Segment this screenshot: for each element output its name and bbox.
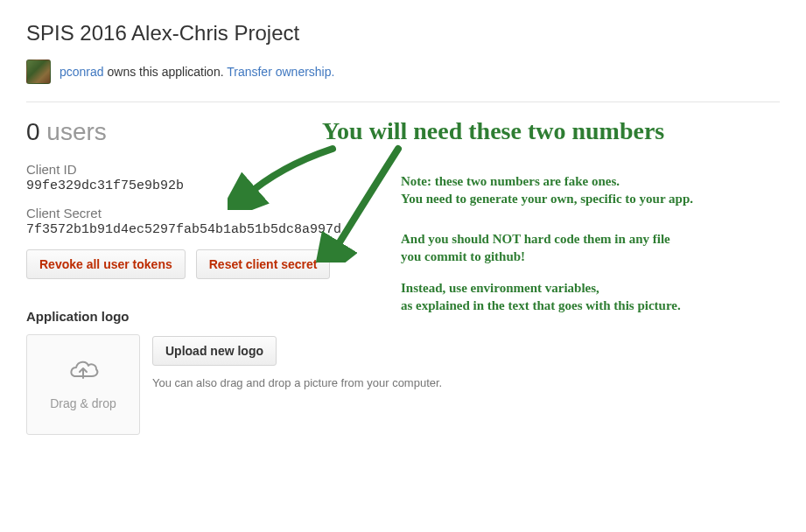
owner-link[interactable]: pconrad <box>60 65 104 79</box>
logo-dropzone[interactable]: Drag & drop <box>26 334 140 435</box>
logo-hint: You can also drag and drop a picture fro… <box>152 376 442 389</box>
cloud-upload-icon <box>66 359 101 396</box>
transfer-ownership-link[interactable]: Transfer ownership. <box>227 65 334 79</box>
owns-text: owns this application. <box>104 65 228 79</box>
page-title: SPIS 2016 Alex-Chris Project <box>26 21 780 46</box>
users-number: 0 <box>26 118 40 145</box>
revoke-tokens-button[interactable]: Revoke all user tokens <box>26 249 186 279</box>
annotation-headline: You will need these two numbers <box>322 116 664 147</box>
client-secret-label: Client Secret <box>26 206 780 220</box>
dropzone-label: Drag & drop <box>50 396 116 410</box>
annotation-note-1: Note: these two numbers are fake ones. Y… <box>401 173 786 207</box>
annotation-note-2: And you should NOT hard code them in any… <box>401 231 786 265</box>
annotation-note-3: Instead, use environment variables, as e… <box>401 280 786 314</box>
avatar[interactable] <box>26 60 51 84</box>
upload-logo-button[interactable]: Upload new logo <box>152 336 277 366</box>
divider <box>26 102 780 102</box>
reset-secret-button[interactable]: Reset client secret <box>196 249 331 279</box>
owner-row: pconrad owns this application. Transfer … <box>26 60 780 84</box>
users-label: users <box>40 118 107 145</box>
